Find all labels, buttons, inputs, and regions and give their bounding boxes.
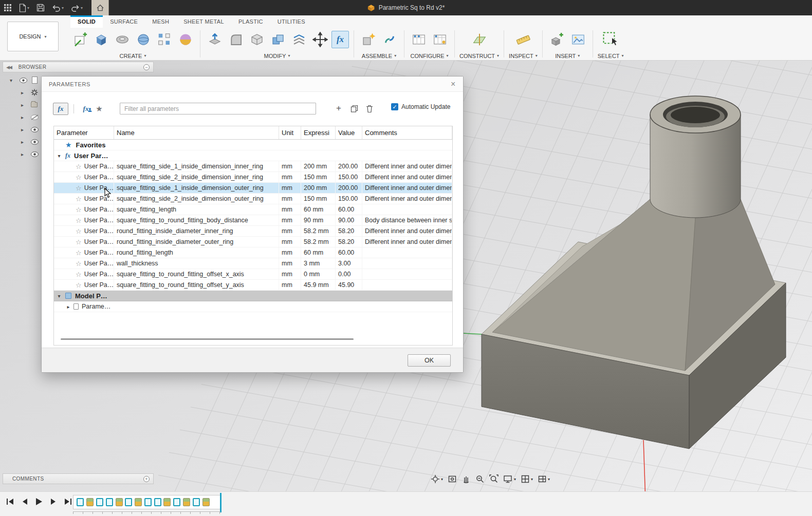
timeline-feature-icon[interactable] <box>135 498 142 506</box>
column-comments[interactable]: Comments <box>362 126 452 139</box>
favorite-star-icon[interactable]: ☆ <box>76 281 82 289</box>
parameter-comments[interactable] <box>362 280 452 290</box>
favorites-group-row[interactable]: ★ Favorites <box>54 140 452 150</box>
create-sketch-button[interactable] <box>70 29 90 50</box>
parameter-row[interactable]: ☆User Pa…square_fitting_side_1_inside_di… <box>54 183 452 194</box>
tab-utilities[interactable]: UTILITIES <box>270 15 312 28</box>
parameter-expression[interactable]: 200 mm <box>301 183 336 193</box>
tab-sheet-metal[interactable]: SHEET METAL <box>176 15 231 28</box>
parameter-expression[interactable]: 150 mm <box>301 194 336 204</box>
favorite-star-icon[interactable]: ☆ <box>76 271 82 278</box>
expand-arrow-icon[interactable]: ▸ <box>21 139 26 145</box>
favorites-filter-button[interactable]: ★ <box>93 104 106 113</box>
home-button[interactable] <box>91 0 109 15</box>
model-child-row[interactable]: ▸ Parame… <box>54 301 452 312</box>
close-icon[interactable]: × <box>451 80 456 89</box>
configuration-table-button[interactable] <box>430 29 450 50</box>
parameter-comments[interactable] <box>362 269 452 279</box>
combine-button[interactable] <box>268 29 288 50</box>
grid-display-button[interactable]: ▾ <box>521 474 533 484</box>
display-settings-button[interactable]: ▾ <box>503 474 516 484</box>
timeline-sketch-icon[interactable] <box>173 498 180 506</box>
eye-icon[interactable] <box>31 139 39 145</box>
parameter-row[interactable]: ☆User Pa…square_fitting_to_round_fitting… <box>54 280 452 291</box>
expand-arrow-icon[interactable]: ▸ <box>21 151 26 157</box>
timeline-sketch-icon[interactable] <box>144 498 152 506</box>
parameter-row[interactable]: ☆User Pa…round_fitting_inside_diameter_o… <box>54 237 452 247</box>
sphere-button[interactable] <box>134 29 153 50</box>
expand-chevron-icon[interactable]: ▸ <box>65 304 71 310</box>
timeline-feature-icon[interactable] <box>163 498 171 506</box>
fit-view-button[interactable] <box>489 474 499 484</box>
group-label-assemble[interactable]: ASSEMBLE▾ <box>362 51 396 60</box>
favorite-star-icon[interactable]: ☆ <box>76 238 82 246</box>
timeline-sketch-icon[interactable] <box>77 498 84 506</box>
column-value[interactable]: Value <box>336 126 362 139</box>
parameter-expression[interactable]: 60 mm <box>301 204 336 215</box>
browser-panel-header[interactable]: ◀◀ BROWSER − <box>3 62 154 72</box>
configure-button[interactable] <box>409 29 429 50</box>
parameter-comments[interactable]: Different inner and outer dimen <box>362 172 452 182</box>
timeline-feature-icon[interactable] <box>116 498 123 506</box>
group-label-modify[interactable]: MODIFY▾ <box>264 51 290 60</box>
parameter-row[interactable]: ☆User Pa…square_fitting_lengthmm60 mm60.… <box>54 204 452 215</box>
favorite-star-icon[interactable]: ☆ <box>76 249 82 257</box>
redo-button[interactable]: ▾ <box>67 0 86 15</box>
eye-icon[interactable] <box>20 78 27 83</box>
press-pull-button[interactable] <box>205 29 225 50</box>
pan-button[interactable] <box>462 474 471 484</box>
parameter-comments[interactable] <box>362 258 452 269</box>
favorite-star-icon[interactable]: ☆ <box>76 195 82 203</box>
group-label-inspect[interactable]: INSPECT▾ <box>509 51 538 60</box>
checkbox-checked-icon[interactable]: ✓ <box>391 103 398 110</box>
delete-parameter-button[interactable] <box>363 102 376 114</box>
group-label-insert[interactable]: INSERT▾ <box>555 51 580 60</box>
parameter-expression[interactable]: 0 mm <box>301 269 336 279</box>
file-menu-button[interactable]: ▾ <box>15 0 33 15</box>
parameter-row[interactable]: ☆User Pa…wall_thicknessmm3 mm3.00 <box>54 258 452 269</box>
group-label-construct[interactable]: CONSTRUCT▾ <box>459 51 499 60</box>
horizontal-scrollbar[interactable] <box>54 338 450 341</box>
parameter-row[interactable]: ☆User Pa…round_fitting_inside_diameter_i… <box>54 226 452 237</box>
parameter-expression[interactable]: 58.2 mm <box>301 237 336 247</box>
pattern-button[interactable] <box>155 29 174 50</box>
look-at-button[interactable] <box>448 474 457 484</box>
expand-arrow-icon[interactable]: ▾ <box>10 78 15 83</box>
skip-to-start-button[interactable] <box>5 496 15 507</box>
orbit-button[interactable]: ▾ <box>431 474 443 484</box>
insert-mesh-button[interactable] <box>547 29 567 50</box>
comments-expand-icon[interactable]: + <box>143 476 150 482</box>
timeline-feature-icon[interactable] <box>86 498 94 506</box>
workspace-switcher[interactable]: DESIGN ▾ <box>7 22 59 51</box>
column-unit[interactable]: Unit <box>279 126 301 139</box>
group-label-configure[interactable]: CONFIGURE▾ <box>410 51 448 60</box>
torus-button[interactable] <box>113 29 132 50</box>
column-expression[interactable]: Expressi <box>301 126 336 139</box>
parameter-comments[interactable]: Different inner and outer dimen <box>362 183 452 193</box>
parameter-expression[interactable]: 58.2 mm <box>301 226 336 236</box>
timeline-features[interactable] <box>73 495 220 509</box>
parameter-row[interactable]: ☆User Pa…square_fitting_side_2_inside_di… <box>54 172 452 183</box>
offset-face-button[interactable] <box>289 29 309 50</box>
parameters-dialog[interactable]: PARAMETERS × fx fx ★ + ✓ Automatic Updat… <box>41 76 464 373</box>
timeline-feature-icon[interactable] <box>202 498 210 506</box>
favorite-star-icon[interactable]: ☆ <box>76 174 82 181</box>
fillet-button[interactable] <box>226 29 246 50</box>
timeline-playhead[interactable] <box>220 493 222 512</box>
parameter-comments[interactable]: Different inner and outer dimen <box>362 161 452 171</box>
change-parameters-button[interactable]: fx <box>331 31 349 48</box>
model-parameters-group-row[interactable]: ▾ Model P… <box>54 291 452 301</box>
parameter-row[interactable]: ☆User Pa…square_fitting_to_round_fitting… <box>54 269 452 280</box>
apps-grid-icon[interactable] <box>0 0 15 15</box>
step-forward-button[interactable] <box>48 496 59 507</box>
user-parameters-filter-button[interactable]: fx <box>79 105 93 113</box>
box-button[interactable] <box>91 29 111 50</box>
timeline-sketch-icon[interactable] <box>193 498 200 506</box>
collapse-browser-icon[interactable]: ◀◀ <box>3 65 14 70</box>
parameter-expression[interactable]: 150 mm <box>301 172 336 182</box>
all-parameters-filter-button[interactable]: fx <box>53 103 68 115</box>
scrollbar-thumb[interactable] <box>61 338 354 340</box>
comments-panel-header[interactable]: COMMENTS + <box>3 473 154 484</box>
parameter-expression[interactable]: 90 mm <box>301 215 336 225</box>
play-button[interactable] <box>34 496 44 507</box>
